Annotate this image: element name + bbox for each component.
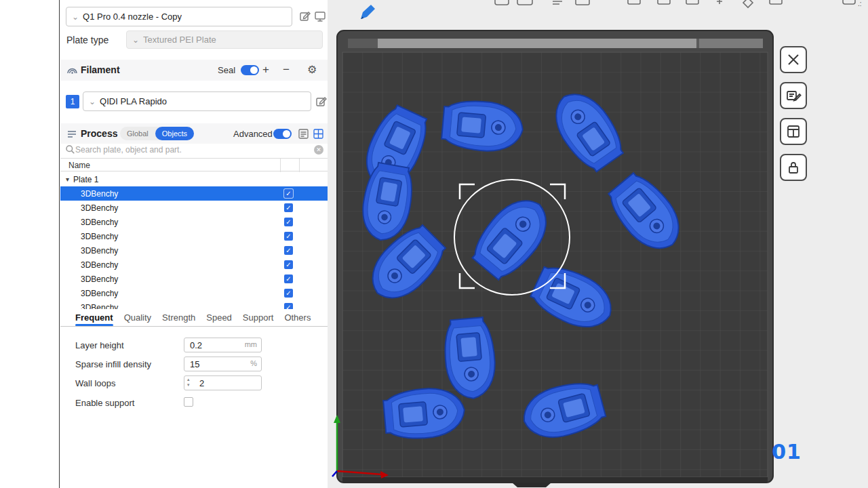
draw-tool-icon[interactable]: [361, 5, 375, 19]
plate-settings-button[interactable]: [780, 118, 807, 145]
scope-objects-pill[interactable]: Objects: [155, 127, 194, 140]
close-plate-button[interactable]: [780, 46, 807, 73]
visibility-checkbox[interactable]: ✓: [284, 274, 293, 283]
tree-item-label: 3DBenchy: [81, 218, 118, 227]
tab-frequent[interactable]: Frequent: [75, 312, 113, 326]
sparse-infill-field: %: [184, 357, 262, 371]
svg-text:.:: .:: [858, 0, 862, 7]
visibility-checkbox[interactable]: ✓: [284, 203, 293, 212]
tree-item[interactable]: 3DBenchy✓: [60, 272, 328, 286]
search-input[interactable]: [75, 144, 306, 156]
tree-item-label: 3DBenchy: [81, 246, 118, 256]
name-column-header: Name: [68, 161, 90, 170]
filament-spool-icon: [66, 64, 78, 79]
visibility-checkbox[interactable]: ✓: [284, 303, 293, 309]
process-section: Process Global Objects Advanced: [60, 123, 328, 144]
layer-height-label: Layer height: [75, 340, 124, 350]
toolbar-cropped-icons[interactable]: .:: [495, 0, 862, 7]
plate-type-value: Textured PEI Plate: [143, 35, 216, 45]
plate-number[interactable]: 01: [772, 440, 802, 464]
plate-row-label: Plate 1: [73, 175, 98, 184]
auto-orient-button[interactable]: [780, 82, 807, 109]
search-bar: ✕: [60, 143, 328, 157]
wall-loops-stepper[interactable]: ▴ ▾: [187, 377, 190, 388]
tree-item-label: 3DBenchy: [81, 303, 118, 310]
visibility-checkbox[interactable]: ✓: [284, 289, 293, 298]
visibility-checkbox[interactable]: ✓: [284, 260, 293, 269]
tab-strength[interactable]: Strength: [162, 312, 195, 326]
filament-settings-gear-icon[interactable]: ⚙: [307, 63, 317, 76]
tree-item[interactable]: 3DBenchy✓: [60, 258, 328, 272]
tree-item[interactable]: 3DBenchy✓: [60, 215, 328, 229]
tree-plate-row[interactable]: ▾ Plate 1: [60, 172, 328, 186]
process-scope-switch[interactable]: Global Objects: [120, 127, 194, 140]
chevron-down-icon: ⌄: [72, 13, 79, 21]
printer-select[interactable]: ⌄ Q1 Pro 0.4 nozzle - Copy: [66, 7, 292, 26]
tree-item-label: 3DBenchy: [81, 189, 118, 199]
tree-item-label: 3DBenchy: [81, 232, 118, 241]
visibility-checkbox[interactable]: ✓: [284, 189, 293, 198]
process-list-icon[interactable]: [298, 128, 310, 140]
sparse-infill-unit: %: [250, 359, 257, 367]
settings-tabs: Frequent Quality Strength Speed Support …: [60, 310, 328, 327]
tab-quality[interactable]: Quality: [124, 312, 151, 326]
tree-item-label: 3DBenchy: [81, 289, 118, 298]
seal-toggle[interactable]: [241, 65, 259, 75]
process-title: Process: [81, 128, 117, 139]
advanced-toggle[interactable]: [273, 129, 292, 139]
tree-item[interactable]: 3DBenchy✓: [60, 229, 328, 243]
spin-down-icon[interactable]: ▾: [187, 382, 190, 388]
search-icon: [65, 144, 75, 157]
scope-global-pill[interactable]: Global: [120, 127, 155, 140]
column-divider: [280, 159, 281, 172]
filament-section: Filament Seal + − ⚙: [60, 60, 328, 81]
wall-loops-label: Wall loops: [75, 378, 115, 388]
plate-type-label: Plate type: [66, 35, 108, 45]
object-tree: ▾ Plate 1 3DBenchy✓ 3DBenchy✓ 3DBenchy✓ …: [60, 172, 328, 309]
column-divider: [299, 159, 300, 172]
filament-name: QIDI PLA Rapido: [100, 96, 167, 106]
layer-height-unit: mm: [245, 340, 257, 348]
tree-item-label: 3DBenchy: [81, 274, 118, 284]
remove-filament-button[interactable]: −: [283, 62, 290, 77]
visibility-checkbox[interactable]: ✓: [284, 218, 293, 226]
object-list-header: Name: [60, 158, 328, 171]
spin-up-icon[interactable]: ▴: [187, 377, 190, 382]
lock-button[interactable]: [780, 154, 807, 181]
add-filament-button[interactable]: +: [262, 62, 269, 77]
visibility-checkbox[interactable]: ✓: [284, 232, 293, 241]
parameter-table-icon[interactable]: [313, 128, 325, 140]
edit-filament-icon[interactable]: [315, 96, 328, 108]
enable-support-checkbox[interactable]: [184, 397, 193, 407]
caret-down-icon[interactable]: ▾: [66, 176, 69, 183]
left-panel: ⌄ Q1 Pro 0.4 nozzle - Copy Plate type ⌄ …: [60, 0, 328, 488]
chevron-down-icon: ⌄: [89, 98, 96, 106]
clear-search-icon[interactable]: ✕: [314, 145, 323, 155]
seal-label: Seal: [218, 65, 235, 75]
sparse-infill-label: Sparse infill density: [75, 359, 151, 369]
tab-others[interactable]: Others: [284, 312, 311, 326]
build-plate-scene[interactable]: .:: [328, 0, 868, 488]
filament-title: Filament: [81, 64, 120, 75]
tree-item[interactable]: 3DBenchy✓: [60, 201, 328, 215]
printer-monitor-icon[interactable]: [314, 10, 326, 22]
chevron-down-icon: ⌄: [132, 36, 139, 44]
tab-speed[interactable]: Speed: [206, 312, 232, 326]
wall-loops-input[interactable]: [184, 375, 262, 390]
tree-item[interactable]: 3DBenchy✓: [60, 186, 328, 201]
tree-item[interactable]: 3DBenchy✓: [60, 243, 328, 258]
tree-item[interactable]: 3DBenchy✓: [60, 300, 328, 309]
enable-support-label: Enable support: [75, 398, 134, 408]
printer-name: Q1 Pro 0.4 nozzle - Copy: [83, 12, 182, 22]
tree-item-label: 3DBenchy: [81, 203, 118, 213]
filament-select[interactable]: ⌄ QIDI PLA Rapido: [83, 92, 311, 111]
tree-item-label: 3DBenchy: [81, 260, 118, 270]
filament-slot-number[interactable]: 1: [66, 95, 79, 108]
plate-type-select[interactable]: ⌄ Textured PEI Plate: [126, 30, 323, 49]
process-icon: [66, 128, 78, 142]
viewport-3d[interactable]: .:: [328, 0, 868, 488]
visibility-checkbox[interactable]: ✓: [284, 246, 293, 255]
edit-printer-icon[interactable]: [299, 10, 311, 22]
tree-item[interactable]: 3DBenchy✓: [60, 286, 328, 300]
tab-support[interactable]: Support: [243, 312, 274, 326]
